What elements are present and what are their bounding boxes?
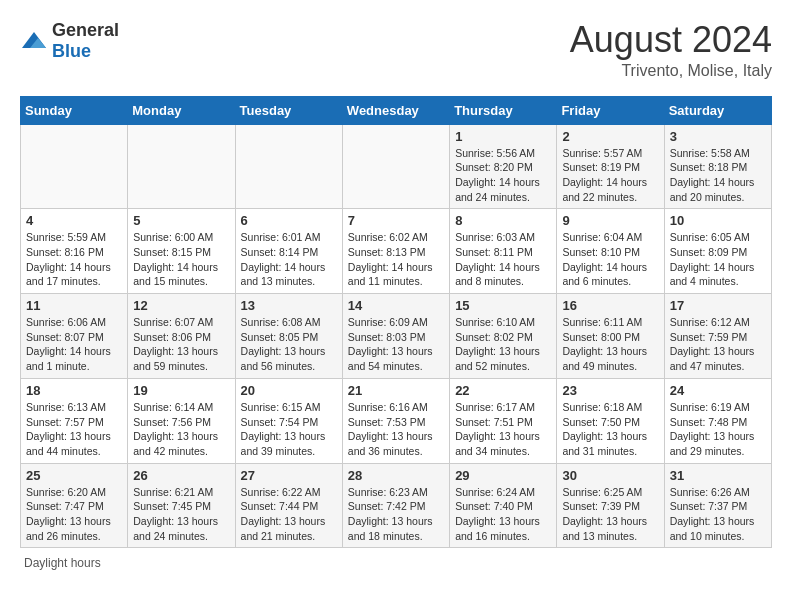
cell-date: 14: [348, 298, 444, 313]
header-day-tuesday: Tuesday: [235, 96, 342, 124]
cell-date: 26: [133, 468, 229, 483]
cell-date: 16: [562, 298, 658, 313]
logo: General Blue: [20, 20, 119, 62]
cell-date: 6: [241, 213, 337, 228]
cell-date: 29: [455, 468, 551, 483]
cell-info: Sunrise: 6:24 AM Sunset: 7:40 PM Dayligh…: [455, 485, 551, 544]
cell-info: Sunrise: 6:04 AM Sunset: 8:10 PM Dayligh…: [562, 230, 658, 289]
calendar-cell: [128, 124, 235, 209]
cell-date: 30: [562, 468, 658, 483]
cell-info: Sunrise: 6:13 AM Sunset: 7:57 PM Dayligh…: [26, 400, 122, 459]
cell-date: 18: [26, 383, 122, 398]
cell-date: 19: [133, 383, 229, 398]
cell-info: Sunrise: 5:57 AM Sunset: 8:19 PM Dayligh…: [562, 146, 658, 205]
calendar-cell: 5Sunrise: 6:00 AM Sunset: 8:15 PM Daylig…: [128, 209, 235, 294]
calendar-cell: 30Sunrise: 6:25 AM Sunset: 7:39 PM Dayli…: [557, 463, 664, 548]
cell-info: Sunrise: 5:56 AM Sunset: 8:20 PM Dayligh…: [455, 146, 551, 205]
cell-date: 8: [455, 213, 551, 228]
calendar-table: SundayMondayTuesdayWednesdayThursdayFrid…: [20, 96, 772, 549]
cell-date: 28: [348, 468, 444, 483]
calendar-cell: 12Sunrise: 6:07 AM Sunset: 8:06 PM Dayli…: [128, 294, 235, 379]
calendar-cell: 15Sunrise: 6:10 AM Sunset: 8:02 PM Dayli…: [450, 294, 557, 379]
calendar-cell: 28Sunrise: 6:23 AM Sunset: 7:42 PM Dayli…: [342, 463, 449, 548]
cell-info: Sunrise: 6:19 AM Sunset: 7:48 PM Dayligh…: [670, 400, 766, 459]
header-day-monday: Monday: [128, 96, 235, 124]
calendar-header: SundayMondayTuesdayWednesdayThursdayFrid…: [21, 96, 772, 124]
week-row-5: 25Sunrise: 6:20 AM Sunset: 7:47 PM Dayli…: [21, 463, 772, 548]
week-row-1: 1Sunrise: 5:56 AM Sunset: 8:20 PM Daylig…: [21, 124, 772, 209]
cell-date: 12: [133, 298, 229, 313]
cell-date: 7: [348, 213, 444, 228]
calendar-cell: 2Sunrise: 5:57 AM Sunset: 8:19 PM Daylig…: [557, 124, 664, 209]
calendar-cell: 17Sunrise: 6:12 AM Sunset: 7:59 PM Dayli…: [664, 294, 771, 379]
header-day-wednesday: Wednesday: [342, 96, 449, 124]
calendar-cell: 20Sunrise: 6:15 AM Sunset: 7:54 PM Dayli…: [235, 378, 342, 463]
title-area: August 2024 Trivento, Molise, Italy: [570, 20, 772, 80]
calendar-cell: 11Sunrise: 6:06 AM Sunset: 8:07 PM Dayli…: [21, 294, 128, 379]
cell-date: 11: [26, 298, 122, 313]
cell-date: 2: [562, 129, 658, 144]
calendar-cell: 31Sunrise: 6:26 AM Sunset: 7:37 PM Dayli…: [664, 463, 771, 548]
month-title: August 2024: [570, 20, 772, 60]
cell-info: Sunrise: 6:23 AM Sunset: 7:42 PM Dayligh…: [348, 485, 444, 544]
calendar-cell: 13Sunrise: 6:08 AM Sunset: 8:05 PM Dayli…: [235, 294, 342, 379]
calendar-cell: 3Sunrise: 5:58 AM Sunset: 8:18 PM Daylig…: [664, 124, 771, 209]
calendar-cell: 4Sunrise: 5:59 AM Sunset: 8:16 PM Daylig…: [21, 209, 128, 294]
header: General Blue August 2024 Trivento, Molis…: [20, 20, 772, 80]
calendar-cell: 26Sunrise: 6:21 AM Sunset: 7:45 PM Dayli…: [128, 463, 235, 548]
cell-info: Sunrise: 6:03 AM Sunset: 8:11 PM Dayligh…: [455, 230, 551, 289]
cell-info: Sunrise: 6:14 AM Sunset: 7:56 PM Dayligh…: [133, 400, 229, 459]
calendar-cell: 16Sunrise: 6:11 AM Sunset: 8:00 PM Dayli…: [557, 294, 664, 379]
cell-info: Sunrise: 6:17 AM Sunset: 7:51 PM Dayligh…: [455, 400, 551, 459]
logo-general-text: General: [52, 20, 119, 40]
cell-info: Sunrise: 5:59 AM Sunset: 8:16 PM Dayligh…: [26, 230, 122, 289]
cell-info: Sunrise: 6:22 AM Sunset: 7:44 PM Dayligh…: [241, 485, 337, 544]
footer-note: Daylight hours: [20, 556, 772, 570]
calendar-body: 1Sunrise: 5:56 AM Sunset: 8:20 PM Daylig…: [21, 124, 772, 548]
logo-icon: [20, 30, 48, 52]
calendar-cell: 27Sunrise: 6:22 AM Sunset: 7:44 PM Dayli…: [235, 463, 342, 548]
calendar-cell: [235, 124, 342, 209]
cell-info: Sunrise: 6:11 AM Sunset: 8:00 PM Dayligh…: [562, 315, 658, 374]
calendar-cell: 7Sunrise: 6:02 AM Sunset: 8:13 PM Daylig…: [342, 209, 449, 294]
cell-info: Sunrise: 6:10 AM Sunset: 8:02 PM Dayligh…: [455, 315, 551, 374]
cell-info: Sunrise: 6:00 AM Sunset: 8:15 PM Dayligh…: [133, 230, 229, 289]
cell-date: 31: [670, 468, 766, 483]
calendar-cell: 9Sunrise: 6:04 AM Sunset: 8:10 PM Daylig…: [557, 209, 664, 294]
calendar-cell: 22Sunrise: 6:17 AM Sunset: 7:51 PM Dayli…: [450, 378, 557, 463]
cell-date: 17: [670, 298, 766, 313]
calendar-cell: 24Sunrise: 6:19 AM Sunset: 7:48 PM Dayli…: [664, 378, 771, 463]
cell-info: Sunrise: 6:09 AM Sunset: 8:03 PM Dayligh…: [348, 315, 444, 374]
calendar-cell: [342, 124, 449, 209]
calendar-cell: 29Sunrise: 6:24 AM Sunset: 7:40 PM Dayli…: [450, 463, 557, 548]
cell-info: Sunrise: 6:25 AM Sunset: 7:39 PM Dayligh…: [562, 485, 658, 544]
cell-date: 5: [133, 213, 229, 228]
cell-info: Sunrise: 6:01 AM Sunset: 8:14 PM Dayligh…: [241, 230, 337, 289]
calendar-cell: 21Sunrise: 6:16 AM Sunset: 7:53 PM Dayli…: [342, 378, 449, 463]
cell-date: 15: [455, 298, 551, 313]
cell-date: 20: [241, 383, 337, 398]
calendar-cell: 19Sunrise: 6:14 AM Sunset: 7:56 PM Dayli…: [128, 378, 235, 463]
header-row: SundayMondayTuesdayWednesdayThursdayFrid…: [21, 96, 772, 124]
cell-date: 22: [455, 383, 551, 398]
week-row-4: 18Sunrise: 6:13 AM Sunset: 7:57 PM Dayli…: [21, 378, 772, 463]
logo-blue-text: Blue: [52, 41, 91, 61]
cell-info: Sunrise: 6:16 AM Sunset: 7:53 PM Dayligh…: [348, 400, 444, 459]
cell-date: 25: [26, 468, 122, 483]
cell-date: 10: [670, 213, 766, 228]
location-title: Trivento, Molise, Italy: [570, 62, 772, 80]
calendar-cell: 10Sunrise: 6:05 AM Sunset: 8:09 PM Dayli…: [664, 209, 771, 294]
cell-info: Sunrise: 6:08 AM Sunset: 8:05 PM Dayligh…: [241, 315, 337, 374]
cell-info: Sunrise: 6:05 AM Sunset: 8:09 PM Dayligh…: [670, 230, 766, 289]
cell-date: 21: [348, 383, 444, 398]
calendar-cell: 18Sunrise: 6:13 AM Sunset: 7:57 PM Dayli…: [21, 378, 128, 463]
cell-info: Sunrise: 6:12 AM Sunset: 7:59 PM Dayligh…: [670, 315, 766, 374]
calendar-cell: 8Sunrise: 6:03 AM Sunset: 8:11 PM Daylig…: [450, 209, 557, 294]
calendar-cell: 1Sunrise: 5:56 AM Sunset: 8:20 PM Daylig…: [450, 124, 557, 209]
cell-info: Sunrise: 6:18 AM Sunset: 7:50 PM Dayligh…: [562, 400, 658, 459]
cell-date: 13: [241, 298, 337, 313]
cell-info: Sunrise: 5:58 AM Sunset: 8:18 PM Dayligh…: [670, 146, 766, 205]
header-day-thursday: Thursday: [450, 96, 557, 124]
calendar-cell: 14Sunrise: 6:09 AM Sunset: 8:03 PM Dayli…: [342, 294, 449, 379]
calendar-cell: [21, 124, 128, 209]
